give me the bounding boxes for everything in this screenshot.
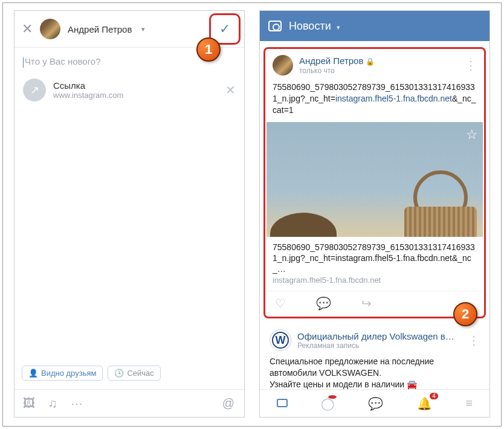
ad-header: W Официальный дилер Volkswagen в Са… Рек… <box>263 324 486 356</box>
avatar[interactable] <box>273 55 293 76</box>
callout-badge-2: 2 <box>453 302 477 326</box>
more-icon[interactable]: ⋯ <box>71 396 83 411</box>
chevron-down-icon: ▾ <box>337 24 340 31</box>
camera-icon[interactable] <box>268 21 282 31</box>
compose-options: 👤 Видно друзьям 🕓 Сейчас <box>15 360 244 387</box>
post-author[interactable]: Андрей Петров <box>299 56 363 66</box>
post-text: 75580690_579803052789739_615301331317416… <box>267 80 483 117</box>
ad-text: Специальное предложение на последние авт… <box>263 356 486 390</box>
tab-messages[interactable]: 💬 <box>368 396 383 411</box>
feed-screen: Новости ▾ Андрей Петров🔒 только что ⋮ 75… <box>260 11 489 417</box>
ad-title[interactable]: Официальный дилер Volkswagen в Са… <box>297 331 454 341</box>
chevron-down-icon[interactable]: ▾ <box>141 25 145 33</box>
tab-bar: ◯ 💬 🔔 ≡ <box>260 389 489 417</box>
comment-icon[interactable]: 💬 <box>316 296 331 311</box>
feed-header: Новости ▾ <box>260 11 489 41</box>
attached-link: ↗ Ссылка www.instagram.com ✕ <box>23 76 236 104</box>
link-domain: www.instagram.com <box>53 91 218 100</box>
callout-label: 1 <box>205 42 212 57</box>
link-icon: ↗ <box>23 79 46 102</box>
more-vertical-icon[interactable]: ⋮ <box>465 58 477 73</box>
post-text-link[interactable]: instagram.fhel5-1.fna.fbcdn.net <box>335 94 452 103</box>
post-card: Андрей Петров🔒 только что ⋮ 75580690_579… <box>263 47 486 318</box>
person-icon: 👤 <box>28 369 38 378</box>
link-preview-title: 75580690_579803052789739_615301331317416… <box>273 242 475 274</box>
music-icon[interactable]: ♫ <box>48 396 57 410</box>
ad-card: W Официальный дилер Volkswagen в Са… Рек… <box>263 324 486 390</box>
author-name[interactable]: Андрей Петров <box>68 24 132 34</box>
post-image[interactable]: ☆ <box>267 122 483 237</box>
ad-subtitle: Рекламная запись <box>297 341 462 350</box>
remove-link-icon[interactable]: ✕ <box>225 83 236 97</box>
favorite-icon[interactable]: ☆ <box>466 127 478 143</box>
share-icon[interactable]: ↪ <box>361 296 372 311</box>
ad-logo[interactable]: W <box>270 329 291 351</box>
schedule-button[interactable]: 🕓 Сейчас <box>108 366 160 381</box>
feed-title-text: Новости <box>289 20 331 32</box>
clock-icon: 🕓 <box>114 369 124 378</box>
tab-discover[interactable]: ◯ <box>321 396 334 411</box>
visibility-button[interactable]: 👤 Видно друзьям <box>22 366 103 381</box>
compose-screen: ✕ Андрей Петров ▾ ✓ Что у Вас нового? ↗ … <box>15 11 244 417</box>
tab-menu[interactable]: ≡ <box>465 396 473 410</box>
link-preview-domain: instagram.fhel5-1.fna.fbcdn.net <box>273 276 477 286</box>
more-vertical-icon[interactable]: ⋮ <box>468 333 480 347</box>
like-icon[interactable]: ♡ <box>275 296 286 311</box>
link-preview[interactable]: 75580690_579803052789739_615301331317416… <box>267 237 483 291</box>
schedule-label: Сейчас <box>127 369 153 378</box>
placeholder-text: Что у Вас нового? <box>25 56 101 66</box>
visibility-label: Видно друзьям <box>41 369 96 378</box>
submit-button[interactable]: ✓ <box>213 17 237 41</box>
tab-news[interactable] <box>277 396 288 410</box>
avatar[interactable] <box>40 19 60 39</box>
post-time: только что <box>299 66 459 75</box>
mention-icon[interactable]: @ <box>222 396 234 410</box>
tab-notifications[interactable]: 🔔 <box>417 396 432 411</box>
photo-icon[interactable]: 🖼 <box>23 396 35 410</box>
compose-toolbar: 🖼 ♫ ⋯ @ <box>15 389 244 417</box>
post-header: Андрей Петров🔒 только что ⋮ <box>267 50 483 80</box>
feed-title[interactable]: Новости ▾ <box>289 20 340 33</box>
callout-badge-1: 1 <box>196 37 221 62</box>
callout-label: 2 <box>462 306 469 322</box>
link-title: Ссылка <box>53 80 218 91</box>
post-actions: ♡ 💬 ↪ <box>267 291 483 315</box>
lock-icon: 🔒 <box>366 57 375 66</box>
close-icon[interactable]: ✕ <box>22 21 33 37</box>
